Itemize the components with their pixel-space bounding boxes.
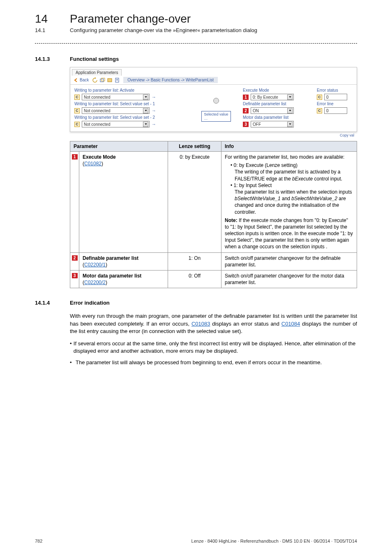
combo-motor-data-list[interactable]: OFF — [251, 121, 294, 127]
dropdown-icon[interactable] — [143, 122, 148, 127]
em-bselect2: bSelectWriteValue_2 — [291, 196, 337, 201]
marker-1-icon: 1 — [72, 154, 78, 160]
bullet-text: If several errors occur at the same time… — [74, 340, 357, 355]
param-name: Definable parameter list — [83, 255, 138, 261]
doc-reference: Lenze · 8400 HighLine · Referenzhandbuch… — [191, 539, 357, 543]
new-window-icon[interactable] — [99, 77, 105, 83]
note-label: Note: — [225, 217, 238, 223]
selected-value-dots: … — [204, 116, 228, 120]
divider — [35, 43, 357, 44]
list-icon[interactable] — [107, 77, 113, 83]
subsection-title: Error indication — [70, 300, 110, 306]
th-parameter: Parameter — [70, 141, 168, 152]
arrow-right-icon: → — [152, 95, 156, 99]
info-text: For writing the parameter list, two mode… — [225, 154, 353, 160]
link-c02200-2[interactable]: C02200/2 — [84, 280, 106, 285]
em-bselect1: bSelectWriteValue_1 — [235, 196, 281, 201]
combo-execute-mode[interactable]: 0: By Execute — [251, 94, 294, 100]
c-badge-icon: C — [317, 95, 322, 100]
combo-select-set-1[interactable]: Not connected — [82, 107, 150, 114]
label-activate: Writing to parameter list: Activate — [74, 88, 189, 92]
arrow-right-icon: → — [152, 122, 156, 127]
svg-rect-1 — [101, 78, 105, 81]
copy-values-label: Copy val — [340, 133, 354, 137]
page-number: 782 — [35, 539, 42, 543]
info-bullet: • 0: by Execute (Lenze setting) — [231, 162, 353, 169]
page-footer: 782 Lenze · 8400 HighLine · Referenzhand… — [35, 539, 357, 543]
dropdown-icon[interactable] — [143, 108, 148, 113]
breadcrumb: Overview -> Basic Functions -> WritePara… — [123, 77, 218, 83]
combo-activate[interactable]: Not connected — [82, 94, 150, 100]
info-cell: For writing the parameter list, two mode… — [221, 152, 357, 253]
parameter-table: Parameter Lenze setting Info 1 Execute M… — [70, 141, 357, 288]
c-badge-icon: C — [74, 95, 80, 100]
notes-icon[interactable] — [114, 77, 120, 83]
tab-application-parameters[interactable]: Application Parameters — [72, 69, 122, 76]
paren: ) — [101, 161, 103, 166]
link-c01083[interactable]: C01083 — [191, 321, 210, 327]
note-text: If the execute mode changes from "0: by … — [225, 217, 353, 250]
paren: ) — [106, 262, 107, 268]
setting-value: 0: by Execute — [168, 152, 221, 253]
marker-1-icon: 1 — [243, 95, 249, 100]
c-badge-icon: C — [317, 108, 322, 113]
back-icon[interactable] — [73, 77, 79, 83]
dropdown-icon[interactable] — [287, 108, 293, 113]
info-text: The parameter list is written when the s… — [235, 189, 352, 195]
link-c01082[interactable]: C01082 — [84, 161, 101, 166]
info-cell: Switch on/off parameter changeover for t… — [221, 252, 357, 270]
link-c02200-1[interactable]: C02200/1 — [84, 262, 106, 268]
label-motor-data-list: Motor data parameter list — [243, 115, 313, 120]
dropdown-icon[interactable] — [287, 95, 293, 100]
th-setting: Lenze setting — [168, 141, 221, 152]
subsection-number: 14.1.4 — [35, 300, 70, 306]
subsection-number: 14.1.3 — [35, 56, 70, 62]
combo-select-set-2[interactable]: Not connected — [82, 121, 150, 127]
bullet-text: The parameter list will always be proces… — [76, 359, 322, 366]
c-badge-icon: C — [74, 108, 80, 113]
field-error-status: 0 — [324, 94, 347, 100]
label-definable-list: Definable parameter list — [243, 102, 313, 106]
table-row: 1 Execute Mode (C01082) 0: by Execute Fo… — [70, 152, 357, 253]
combo-value: 0: By Execute — [253, 95, 278, 99]
setting-value: 1: On — [168, 252, 221, 270]
paren: ) — [106, 280, 107, 285]
em-bexecute: bExecute — [292, 176, 313, 182]
link-c01084[interactable]: C01084 — [281, 321, 300, 327]
app-screenshot-panel: Application Parameters Back Overview -> … — [70, 67, 357, 132]
field-value: 0 — [326, 109, 329, 113]
bullet-item: •The parameter list will always be proce… — [70, 359, 357, 366]
c-badge-icon: C — [74, 122, 80, 127]
combo-value: ON — [253, 109, 259, 113]
section-title: Configuring parameter change-over via th… — [70, 27, 257, 33]
chapter-number: 14 — [35, 12, 70, 25]
section-number: 14.1 — [35, 27, 70, 33]
svg-rect-2 — [108, 79, 112, 82]
label-error-status: Error status — [317, 88, 358, 92]
info-text: and — [282, 196, 290, 201]
label-error-line: Error line — [317, 102, 358, 106]
th-info: Info — [221, 141, 357, 152]
refresh-icon[interactable] — [92, 77, 98, 83]
svg-rect-0 — [100, 79, 104, 82]
label-execute-mode: Execute Mode — [243, 88, 313, 92]
table-row: 3 Motor data parameter list (C02200/2) 0… — [70, 271, 357, 288]
info-bullet: • 1: by Input Select — [231, 182, 353, 189]
combo-definable-list[interactable]: ON — [251, 107, 294, 114]
selected-value-label: Selected value — [204, 112, 228, 116]
combo-value: Not connected — [84, 122, 111, 127]
chapter-title: Parameter change-over — [70, 12, 191, 25]
setting-value: 0: Off — [168, 271, 221, 288]
info-text: control input. — [314, 176, 342, 182]
selected-value-box: Selected value … — [201, 111, 231, 122]
combo-value: Not connected — [84, 109, 111, 113]
label-select-set-2: Writing to parameter list: Select value … — [74, 115, 189, 120]
arrow-right-icon: → — [152, 108, 156, 113]
info-cell: Switch on/off parameter changeover for t… — [221, 271, 357, 288]
back-button[interactable]: Back — [80, 78, 89, 82]
table-row: 2 Definable parameter list (C02200/1) 1:… — [70, 252, 357, 270]
dropdown-icon[interactable] — [143, 95, 148, 100]
field-error-line: 0 — [324, 107, 347, 114]
marker-3-icon: 3 — [243, 122, 249, 127]
dropdown-icon[interactable] — [287, 122, 293, 127]
